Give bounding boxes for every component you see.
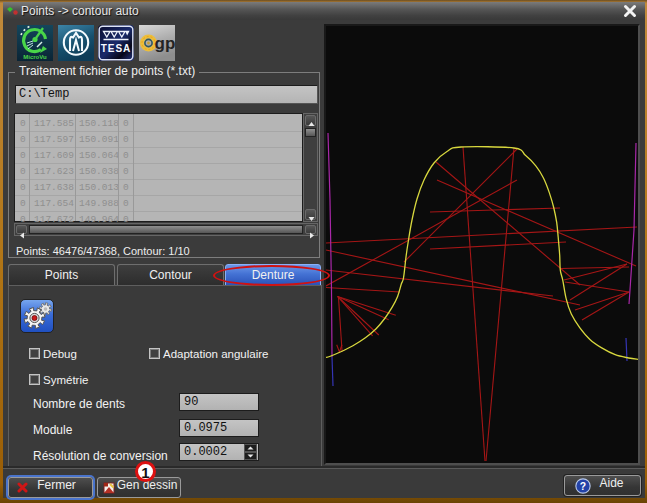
svg-text:?: ? bbox=[580, 481, 586, 492]
svg-text:gp: gp bbox=[155, 34, 176, 53]
svg-text:MicroVu: MicroVu bbox=[23, 54, 47, 60]
svg-text:TESA: TESA bbox=[101, 43, 132, 54]
